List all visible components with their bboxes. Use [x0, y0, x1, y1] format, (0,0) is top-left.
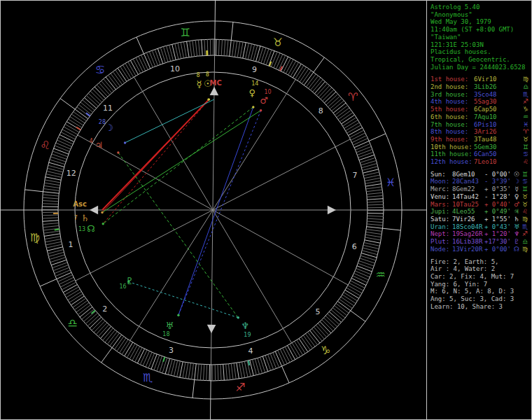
degree-tick [239, 363, 242, 379]
house-table: 1st house:6Vir10♍2nd house:3Lib26♎3rd ho… [430, 76, 530, 165]
planet-degree-label: 16 [119, 284, 126, 290]
sign-glyph: ♊ [521, 186, 529, 193]
planet-dot-venus [252, 106, 254, 108]
degree-tick [349, 283, 363, 290]
house-system: Placidus houses. [430, 48, 530, 56]
degree-tick [59, 277, 74, 284]
degree-tick [152, 50, 158, 65]
sign-glyph: ♎ [521, 238, 529, 246]
degree-tick [349, 130, 363, 138]
aspect-mercury-saturn [102, 99, 209, 212]
degree-tick [200, 364, 202, 380]
house-cusp-value: 3Ari26 [474, 128, 522, 136]
planet-row: Moon:28Can43- 3°39'☽♋ [430, 178, 530, 186]
degree-tick [149, 51, 155, 66]
zodiac-sign-scorpio-icon: ♏ [143, 371, 153, 384]
planet-tick [55, 230, 59, 230]
planet-latitude: - 0°00' [484, 171, 512, 178]
sign-glyph: ♏ [522, 91, 530, 99]
degree-tick [354, 141, 369, 147]
house-number: 7 [353, 171, 358, 180]
planet-glyph-mars-icon: ♂ [260, 95, 268, 106]
zodiac-sign-aries-icon: ♈ [348, 90, 358, 104]
degree-tick [286, 59, 293, 74]
degree-tick [151, 354, 157, 369]
degree-tick [269, 50, 274, 65]
degree-tick [135, 348, 143, 362]
degree-tick [262, 356, 267, 372]
stats-line: Learn: 10, Share: 3 [430, 303, 530, 311]
degree-tick [58, 137, 73, 144]
degree-tick [43, 225, 59, 227]
planet-position: 16Lib38R [452, 238, 484, 246]
degree-tick [228, 364, 230, 380]
planet-name: Moon: [430, 178, 452, 186]
house-label: 1st house: [430, 76, 474, 83]
house-number: 6 [352, 242, 357, 251]
house-row: 12th house:7Leo10♌ [430, 158, 530, 166]
sign-boundary [136, 37, 144, 54]
degree-tick [52, 151, 68, 157]
sign-glyph: ♍ [521, 246, 529, 253]
planet-dot-uranus [177, 314, 179, 316]
planet-position: 8Gem10 [452, 171, 484, 178]
planet-latitude: + 0°00' [484, 246, 512, 253]
angle-label-asc: Asc [73, 200, 87, 208]
degree-tick [356, 146, 371, 153]
planet-name: Node: [430, 246, 452, 253]
degree-tick [139, 56, 146, 71]
degree-tick [353, 276, 368, 283]
degree-tick [64, 127, 78, 134]
planet-glyph: ☉ [512, 171, 521, 178]
sign-boundary [369, 134, 386, 141]
degree-tick [364, 243, 379, 246]
house-cusp-value: 6Pis10 [474, 121, 522, 129]
planet-degree-label: 14 [251, 80, 258, 87]
planet-glyph-jupiter-icon: ♃ [94, 140, 103, 150]
degree-tick [218, 365, 218, 381]
house-number: 4 [248, 346, 253, 356]
degree-tick [206, 365, 207, 381]
zodiac-sign-cancer-icon: ♋ [95, 63, 105, 76]
planet-position: 4Leo55 [452, 208, 484, 216]
degree-tick [356, 144, 370, 150]
sign-boundary [102, 348, 112, 363]
degree-tick [57, 272, 71, 279]
planet-latitude: + 0°35' [484, 186, 512, 193]
planet-table: Sun:8Gem10- 0°00'☉♊Moon:28Can43- 3°39'☽♋… [430, 171, 530, 253]
stats-line: Fire: 2, Earth: 5, [430, 258, 530, 266]
house-label: 4th house: [430, 98, 474, 106]
aspect-moon-mc [125, 99, 214, 143]
degree-tick [133, 59, 141, 73]
zodiac-sign-leo-icon: ♌ [40, 139, 50, 152]
degree-tick [54, 267, 69, 274]
degree-tick [359, 261, 374, 267]
planet-position: 7Vir26 [452, 216, 484, 223]
house-row: 9th house:3Tau48♉ [430, 136, 530, 144]
degree-tick [46, 241, 62, 245]
degree-tick [358, 149, 372, 155]
sign-glyph: ♈ [522, 128, 530, 136]
degree-tick [43, 192, 59, 193]
degree-tick [204, 39, 205, 55]
degree-tick [273, 353, 279, 368]
planet-glyph: ♂ [512, 201, 521, 209]
degree-tick [351, 133, 365, 140]
chart-time: 11:40am (ST +8:00 GMT) [430, 26, 530, 34]
degree-tick [354, 273, 369, 279]
planet-latitude: + 1°20' [484, 230, 512, 238]
house-label: 8th house: [430, 128, 474, 136]
degree-tick [365, 234, 382, 237]
degree-tick [198, 40, 200, 56]
sign-glyph: ♐ [521, 230, 529, 238]
degree-tick [187, 41, 190, 57]
planet-dot-jupiter [117, 151, 119, 153]
degree-tick [53, 148, 68, 154]
sign-boundary [192, 380, 195, 398]
degree-tick [192, 41, 195, 57]
house-label: 5th house: [430, 106, 474, 113]
degree-tick [234, 41, 237, 57]
degree-tick [43, 195, 59, 196]
degree-tick [221, 39, 222, 55]
zodiac-sign-virgo-icon: ♍ [30, 231, 40, 244]
